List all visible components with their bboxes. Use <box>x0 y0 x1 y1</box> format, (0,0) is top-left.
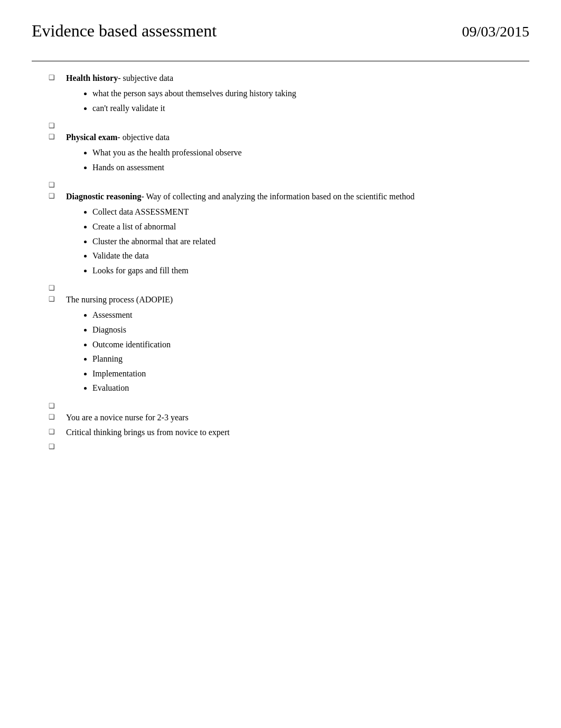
sub-list: Collect data ASSESSMENT Create a list of… <box>66 205 529 277</box>
section-label: The nursing process (ADOPIE) <box>66 295 173 304</box>
header-divider <box>32 61 529 61</box>
page-title: Evidence based assessment <box>32 21 217 41</box>
section-body: You are a novice nurse for 2-3 years <box>66 411 529 425</box>
list-item: ❑ Health history- subjective data what t… <box>37 72 529 119</box>
list-item: can't really validate it <box>92 102 529 115</box>
section-label: Physical exam <box>66 133 117 142</box>
list-item: What you as the health professional obse… <box>92 146 529 160</box>
main-content: ❑ Health history- subjective data what t… <box>32 72 529 451</box>
list-marker: ❑ <box>37 72 66 119</box>
list-item: Planning <box>92 352 529 366</box>
page-header: Evidence based assessment 09/03/2015 <box>32 21 529 45</box>
list-item-empty: ❑ <box>37 179 529 189</box>
list-marker: ❑ <box>37 411 66 425</box>
list-item: Implementation <box>92 367 529 381</box>
list-item: Evaluation <box>92 381 529 395</box>
section-suffix: - subjective data <box>118 73 173 82</box>
list-item-empty: ❑ <box>37 120 529 130</box>
sub-list: Assessment Diagnosis Outcome identificat… <box>66 308 529 395</box>
list-item: Assessment <box>92 308 529 322</box>
list-item: Outcome identification <box>92 338 529 352</box>
list-marker-empty: ❑ <box>37 282 66 292</box>
list-marker: ❑ <box>37 190 66 281</box>
list-item: ❑ You are a novice nurse for 2-3 years <box>37 411 529 425</box>
list-item-empty: ❑ <box>37 282 529 292</box>
section-body: Physical exam- objective data What you a… <box>66 131 529 178</box>
list-marker-empty: ❑ <box>37 441 66 451</box>
section-label: Health history <box>66 73 118 82</box>
list-item-empty: ❑ <box>37 441 529 451</box>
list-marker-empty: ❑ <box>37 400 66 410</box>
list-marker: ❑ <box>37 426 66 440</box>
section-label: Diagnostic reasoning <box>66 192 141 201</box>
list-marker-empty: ❑ <box>37 179 66 189</box>
list-item: Cluster the abnormal that are related <box>92 235 529 248</box>
list-item: ❑ Diagnostic reasoning- Way of collectin… <box>37 190 529 281</box>
section-body: Critical thinking brings us from novice … <box>66 426 529 440</box>
list-marker: ❑ <box>37 131 66 178</box>
section-body: The nursing process (ADOPIE) Assessment … <box>66 293 529 399</box>
section-text: You are a novice nurse for 2-3 years <box>66 411 529 424</box>
page-date: 09/03/2015 <box>462 23 529 40</box>
list-item: ❑ The nursing process (ADOPIE) Assessmen… <box>37 293 529 399</box>
list-item: ❑ Physical exam- objective data What you… <box>37 131 529 178</box>
list-item: Diagnosis <box>92 323 529 337</box>
section-suffix: - objective data <box>117 133 170 142</box>
list-item: Hands on assessment <box>92 161 529 174</box>
section-heading: The nursing process (ADOPIE) <box>66 293 529 306</box>
list-item: ❑ Critical thinking brings us from novic… <box>37 426 529 440</box>
section-body: Diagnostic reasoning- Way of collecting … <box>66 190 529 281</box>
list-item: Create a list of abnormal <box>92 220 529 234</box>
list-marker: ❑ <box>37 293 66 399</box>
list-item-empty: ❑ <box>37 400 529 410</box>
section-heading: Diagnostic reasoning- Way of collecting … <box>66 190 529 203</box>
sub-list: What you as the health professional obse… <box>66 146 529 174</box>
list-item: Looks for gaps and fill them <box>92 264 529 278</box>
sub-list: what the person says about themselves du… <box>66 87 529 115</box>
list-marker-empty: ❑ <box>37 120 66 130</box>
section-suffix: - Way of collecting and analyzing the in… <box>141 192 414 201</box>
section-heading: Health history- subjective data <box>66 72 529 85</box>
list-item: Collect data ASSESSMENT <box>92 205 529 219</box>
section-body: Health history- subjective data what the… <box>66 72 529 119</box>
section-heading: Physical exam- objective data <box>66 131 529 144</box>
list-item: what the person says about themselves du… <box>92 87 529 100</box>
section-text: Critical thinking brings us from novice … <box>66 426 529 439</box>
list-item: Validate the data <box>92 249 529 263</box>
